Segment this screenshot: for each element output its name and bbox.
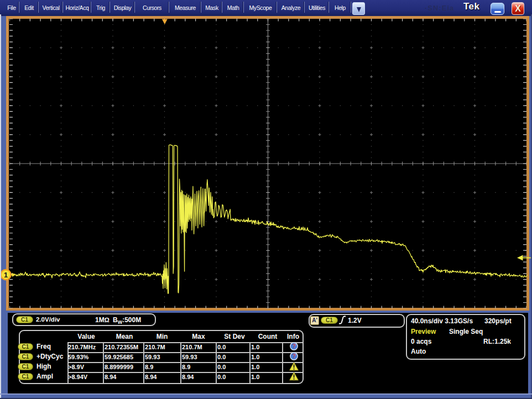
svg-text:?: ? [292, 343, 295, 349]
svg-text:1: 1 [4, 271, 8, 279]
svg-text:?: ? [292, 353, 295, 359]
